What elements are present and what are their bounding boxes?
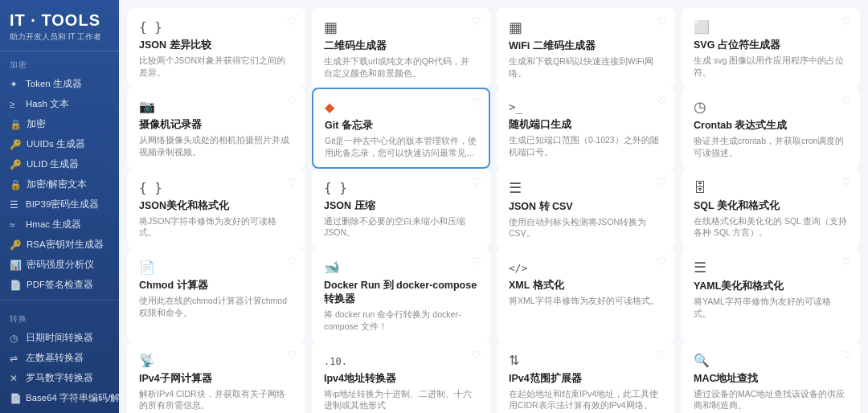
favorite-icon[interactable]: ♡ [841,349,851,361]
tool-title-xml-fmt: XML 格式化 [509,279,663,292]
tool-card-json-csv[interactable]: ♡JSON 转 CSV使用自动列标头检测将JSON转换为CSV。 [497,169,675,248]
tool-card-sql-fmt[interactable]: ♡SQL 美化和格式化在线格式化和美化化的 SQL 查询（支持各种 SQL 方言… [682,169,860,248]
sidebar-item-0-6[interactable]: ☰BIP39密码生成器 [0,194,119,215]
tool-card-svg-placeholder[interactable]: ♡SVG 占位符生成器生成 svg 图像以用作应用程序中的占位符。 [682,8,860,88]
tool-desc-wifi-qr: 生成和下载QR码以快速连接到WiFi网络。 [509,55,663,79]
logo-title: IT · TOOLS [10,11,109,30]
sidebar-item-0-9[interactable]: 📊密码强度分析仪 [0,255,119,275]
favorite-icon[interactable]: ♡ [841,256,851,268]
tool-card-ipv4-range[interactable]: ♡IPv4范围扩展器在起始地址和结束IPv4地址，此工具使用CIDR表示法计算有… [497,341,675,414]
tool-card-git-memo[interactable]: ♡Git 备忘录Git是一种去中心化的版本管理软件，使用此备忘录，您可以快速访问… [312,88,490,168]
tool-desc-random-port: 生成已知端口范围（0-1023）之外的随机端口号。 [509,134,663,157]
tool-card-xml-fmt[interactable]: ♡XML 格式化将XML字符串修饰为友好的可读格式。 [497,248,675,341]
favorite-icon[interactable]: ♡ [657,95,666,107]
favorite-icon[interactable]: ♡ [472,176,481,188]
tool-card-json-diff[interactable]: ♡JSON 差异比较比较两个JSON对象并获得它们之间的差异。 [127,8,305,88]
favorite-icon[interactable]: ♡ [657,15,666,27]
tool-title-json-diff: JSON 差异比较 [139,39,293,52]
tool-title-yaml-fmt: YAML美化和格式化 [694,280,848,293]
tool-card-chmod[interactable]: ♡Chmod 计算器使用此在线的chmod计算器计算chmod权限和命令。 [127,248,305,341]
sidebar-item-0-2[interactable]: 🔒加密 [0,114,119,134]
tool-icon-qr-gen [324,18,478,36]
tool-title-wifi-qr: WiFi 二维码生成器 [509,39,663,53]
tool-icon-json-fmt [139,179,293,196]
sidebar-item-0-8[interactable]: 🔑RSA密钥对生成器 [0,235,119,255]
sidebar-logo: IT · TOOLS 助力开发人员和 IT 工作者 [0,0,119,51]
tool-icon-camera-recorder [139,98,293,115]
favorite-icon[interactable]: ♡ [287,349,297,361]
favorite-icon[interactable]: ♡ [657,256,666,268]
tool-title-qr-gen: 二维码生成器 [324,39,478,53]
sidebar-item-label: 加密/解密文本 [27,178,87,190]
favorite-icon[interactable]: ♡ [841,15,851,27]
tool-row-2: ♡JSON美化和格式化将JSON字符串修饰为友好的可读格式。♡JSON 压缩通过… [127,169,860,248]
sidebar-item-icon: ⇌ [10,353,21,364]
tool-icon-json-csv [509,179,663,197]
tool-title-camera-recorder: 摄像机记录器 [139,118,293,132]
favorite-icon[interactable]: ♡ [472,15,481,27]
tool-desc-json-compress: 通过删除不必要的空白来缩小和压缩JSON。 [324,215,478,239]
favorite-icon[interactable]: ♡ [287,176,297,188]
tool-title-svg-placeholder: SVG 占位符生成器 [694,39,848,52]
sidebar-item-label: Token 生成器 [26,78,82,90]
sidebar-item-1-3[interactable]: 📄Base64 字符串编码/解码 [0,388,119,408]
sidebar-item-label: Hmac 生成器 [26,219,81,231]
sidebar: IT · TOOLS 助力开发人员和 IT 工作者 加密✦Token 生成器≥H… [0,0,119,413]
tool-card-random-port[interactable]: ♡随机端口生成生成已知端口范围（0-1023）之外的随机端口号。 [497,88,675,168]
sidebar-section-label-1: 转换 [0,305,119,328]
sidebar-item-icon: ✦ [10,79,21,90]
tool-title-random-port: 随机端口生成 [509,118,663,132]
tool-card-camera-recorder[interactable]: ♡摄像机记录器从网络摄像头或处的相机拍摄照片并成视频录制视频。 [127,88,305,168]
tool-title-docker-compose: Docker Run 到 docker-compose 转换器 [324,279,478,306]
tool-card-ipv4-calc[interactable]: ♡IPv4子网计算器解析IPv4 CIDR块，并获取有关子网络的所有所需信息。 [127,341,305,414]
tool-card-json-compress[interactable]: ♡JSON 压缩通过删除不必要的空白来缩小和压缩JSON。 [312,169,490,248]
sidebar-item-1-4[interactable]: 📄Base64 文件转换器 [0,408,119,413]
tool-desc-crontab: 验证并生成crontab，并获取cron调度的可读描述。 [694,135,848,158]
sidebar-item-icon: 🔑 [10,139,22,150]
favorite-icon[interactable]: ♡ [287,256,297,268]
sidebar-item-1-2[interactable]: ✕罗马数字转换器 [0,368,119,388]
sidebar-item-0-0[interactable]: ✦Token 生成器 [0,74,119,94]
tool-card-yaml-fmt[interactable]: ♡YAML美化和格式化将YAML字符串修饰为友好的可读格式。 [682,248,860,341]
sidebar-item-icon: ☰ [10,199,21,211]
favorite-icon[interactable]: ♡ [472,256,481,268]
favorite-icon[interactable]: ♡ [472,349,481,361]
favorite-icon[interactable]: ♡ [287,95,297,107]
tool-desc-ipv4-conv: 将ip地址转换为十进制、二进制、十六进制或其他形式 [324,388,478,411]
tool-card-crontab[interactable]: ♡Crontab 表达式生成验证并生成crontab，并获取cron调度的可读描… [682,88,860,168]
tool-card-mac-lookup[interactable]: ♡MAC地址查找通过设备的MAC地址查找该设备的供应商和制造商。 [682,341,860,414]
favorite-icon[interactable]: ♡ [657,349,666,361]
sidebar-item-0-4[interactable]: 🔑ULID 生成器 [0,154,119,174]
sidebar-item-0-10[interactable]: 📄PDF签名检查器 [0,275,119,295]
sidebar-item-icon: 📄 [10,393,21,404]
favorite-icon[interactable]: ♡ [287,15,297,27]
tool-card-docker-compose[interactable]: ♡Docker Run 到 docker-compose 转换器将 docker… [312,248,490,341]
tool-icon-chmod [139,259,293,276]
tool-icon-json-diff [139,18,293,35]
tool-icon-json-compress [324,179,478,196]
tool-card-json-fmt[interactable]: ♡JSON美化和格式化将JSON字符串修饰为友好的可读格式。 [127,169,305,248]
sidebar-item-icon: 📄 [10,280,22,291]
sidebar-item-1-1[interactable]: ⇌左数基转换器 [0,348,119,368]
tool-desc-mac-lookup: 通过设备的MAC地址查找该设备的供应商和制造商。 [694,388,848,411]
sidebar-item-0-5[interactable]: 🔒加密/解密文本 [0,174,119,194]
tool-desc-json-fmt: 将JSON字符串修饰为友好的可读格式。 [139,215,293,239]
favorite-icon[interactable]: ♡ [657,176,666,188]
tool-card-qr-gen[interactable]: ♡二维码生成器生成并下载url或纯文本的QR代码，并自定义颜色和前景颜色。 [312,8,490,88]
favorite-icon[interactable]: ♡ [471,96,481,108]
favorite-icon[interactable]: ♡ [841,176,851,188]
tool-card-wifi-qr[interactable]: ♡WiFi 二维码生成器生成和下载QR码以快速连接到WiFi网络。 [497,8,675,88]
favorite-icon[interactable]: ♡ [841,95,851,107]
sidebar-item-1-0[interactable]: ◷日期时间转换器 [0,328,119,348]
sidebar-item-icon: 🔒 [10,179,22,190]
sidebar-item-label: Base64 字符串编码/解码 [26,392,119,404]
tool-icon-ipv4-range [509,352,663,369]
tool-desc-xml-fmt: 将XML字符串修饰为友好的可读格式。 [509,295,663,307]
sidebar-item-0-1[interactable]: ≥Hash 文本 [0,94,119,114]
sidebar-item-0-7[interactable]: ≈Hmac 生成器 [0,215,119,235]
sidebar-item-0-3[interactable]: 🔑UUIDs 生成器 [0,134,119,154]
tool-desc-sql-fmt: 在线格式化和美化化的 SQL 查询（支持各种 SQL 方言）。 [694,215,848,239]
tool-card-ipv4-conv[interactable]: ♡Ipv4地址转换器将ip地址转换为十进制、二进制、十六进制或其他形式 [312,341,490,414]
tool-desc-svg-placeholder: 生成 svg 图像以用作应用程序中的占位符。 [694,55,848,78]
tool-title-sql-fmt: SQL 美化和格式化 [694,199,848,213]
